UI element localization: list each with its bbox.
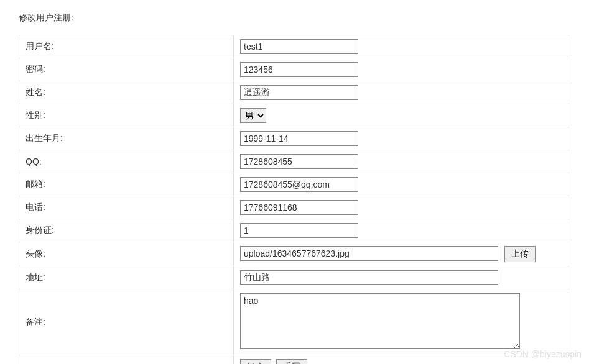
label-actions [19, 355, 234, 365]
name-input[interactable] [240, 85, 358, 100]
avatar-input[interactable] [240, 246, 498, 261]
row-password: 密码: [19, 58, 570, 81]
password-input[interactable] [240, 62, 358, 77]
address-input[interactable] [240, 270, 498, 285]
label-avatar: 头像: [19, 242, 234, 266]
remark-textarea[interactable] [240, 293, 520, 349]
row-birth: 出生年月: [19, 127, 570, 150]
row-phone: 电话: [19, 196, 570, 219]
row-qq: QQ: [19, 150, 570, 173]
label-remark: 备注: [19, 289, 234, 355]
row-actions: 提交 重置 [19, 355, 570, 365]
label-password: 密码: [19, 58, 234, 81]
row-remark: 备注: [19, 289, 570, 355]
row-avatar: 头像: 上传 [19, 242, 570, 266]
idcard-input[interactable] [240, 223, 358, 238]
row-address: 地址: [19, 266, 570, 289]
label-address: 地址: [19, 266, 234, 289]
row-idcard: 身份证: [19, 219, 570, 242]
page-title: 修改用户注册: [19, 12, 570, 24]
label-idcard: 身份证: [19, 219, 234, 242]
submit-button[interactable]: 提交 [240, 359, 271, 364]
phone-input[interactable] [240, 200, 358, 215]
edit-user-form: 用户名: 密码: 姓名: 性别: 男 出生年月: QQ: 邮箱: 电话: 身份证… [19, 35, 570, 364]
label-username: 用户名: [19, 35, 234, 58]
qq-input[interactable] [240, 154, 358, 169]
birth-input[interactable] [240, 131, 358, 146]
email-input[interactable] [240, 177, 358, 192]
label-gender: 性别: [19, 104, 234, 127]
reset-button[interactable]: 重置 [276, 359, 307, 364]
label-email: 邮箱: [19, 173, 234, 196]
upload-button[interactable]: 上传 [504, 246, 536, 262]
row-username: 用户名: [19, 35, 570, 58]
username-input[interactable] [240, 39, 358, 54]
label-phone: 电话: [19, 196, 234, 219]
label-birth: 出生年月: [19, 127, 234, 150]
row-email: 邮箱: [19, 173, 570, 196]
label-qq: QQ: [19, 150, 234, 173]
gender-select[interactable]: 男 [240, 108, 266, 123]
row-gender: 性别: 男 [19, 104, 570, 127]
label-name: 姓名: [19, 81, 234, 104]
row-name: 姓名: [19, 81, 570, 104]
